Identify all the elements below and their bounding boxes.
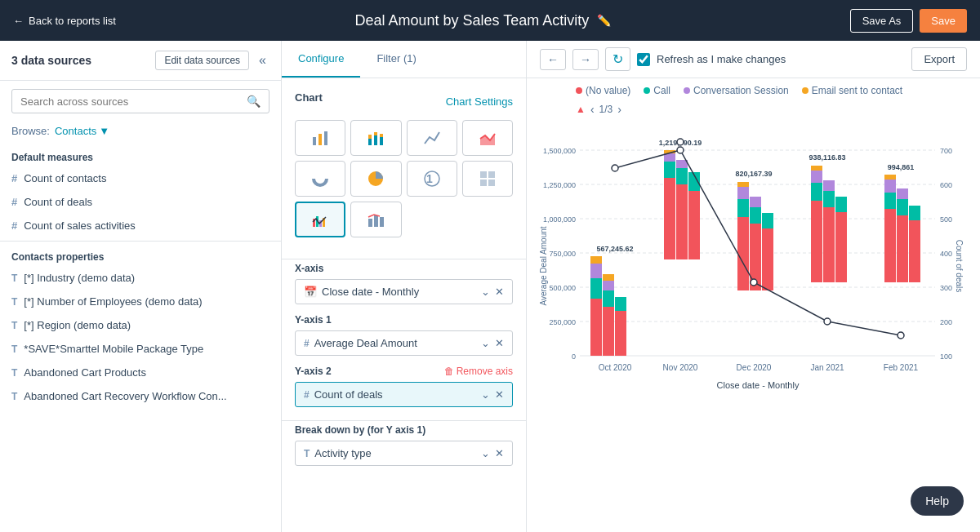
edit-title-icon[interactable]: ✏️ — [597, 14, 611, 27]
breakdown-selector[interactable]: T Activity type ⌄ ✕ — [295, 441, 513, 466]
legend-item-0: (No value) — [576, 85, 630, 96]
svg-text:Count of deals: Count of deals — [955, 240, 964, 293]
svg-text:1: 1 — [426, 172, 433, 185]
svg-rect-4 — [368, 135, 372, 139]
svg-rect-5 — [374, 135, 377, 145]
contacts-props-label: Contacts properties — [0, 245, 281, 266]
save-button[interactable]: Save — [920, 9, 967, 33]
clear-yaxis1-icon[interactable]: ✕ — [495, 337, 504, 349]
data-sources-count: 3 data sources — [11, 54, 91, 67]
svg-rect-90 — [897, 188, 908, 199]
chart-type-grid[interactable] — [462, 161, 513, 197]
center-panel: Configure Filter (1) Chart Chart Setting… — [282, 41, 527, 532]
refresh-button[interactable]: ↻ — [605, 47, 630, 71]
chart-settings-link[interactable]: Chart Settings — [446, 95, 513, 108]
collapse-sidebar-button[interactable]: « — [256, 51, 270, 69]
legend-dot-call — [644, 87, 650, 94]
yaxis1-selector[interactable]: # Average Deal Amount ⌄ ✕ — [295, 330, 513, 356]
chart-type-area[interactable] — [462, 120, 513, 156]
prev-page-button[interactable]: ‹ — [590, 103, 595, 116]
measure-item-deals[interactable]: # Count of deals — [0, 190, 281, 214]
svg-rect-58 — [676, 184, 688, 259]
svg-rect-49 — [603, 290, 614, 307]
chevron-down-icon: ⌄ — [481, 447, 490, 459]
svg-text:Close date - Monthly: Close date - Monthly — [717, 380, 800, 390]
undo-button[interactable]: ← — [540, 49, 566, 70]
xaxis-label: X-axis — [295, 263, 513, 274]
svg-text:938,116.83: 938,116.83 — [808, 153, 845, 162]
chart-type-line[interactable] — [407, 120, 457, 156]
svg-rect-76 — [811, 171, 822, 183]
edit-sources-button[interactable]: Edit data sources — [155, 51, 249, 70]
svg-rect-0 — [313, 137, 316, 145]
prop-item-1[interactable]: T [*] Number of Employees (demo data) — [0, 290, 281, 313]
clear-breakdown-icon[interactable]: ✕ — [495, 447, 504, 459]
prop-item-4[interactable]: T Abandoned Cart Products — [0, 361, 281, 384]
svg-text:820,167.39: 820,167.39 — [735, 170, 772, 178]
chart-type-bar[interactable] — [295, 120, 345, 156]
measure-item-contacts[interactable]: # Count of contacts — [0, 166, 281, 190]
chart-type-stacked-bar[interactable] — [350, 120, 401, 156]
svg-rect-16 — [480, 180, 487, 186]
chart-type-combo-alt[interactable] — [350, 202, 401, 237]
yaxis2-selector[interactable]: # Count of deals ⌄ ✕ — [295, 382, 513, 407]
clear-yaxis2-icon[interactable]: ✕ — [495, 388, 504, 401]
yaxis1-label: Y-axis 1 — [295, 314, 513, 326]
trash-icon: 🗑 — [444, 366, 454, 377]
save-as-button[interactable]: Save As — [850, 9, 914, 33]
legend-dot-conversation — [684, 87, 690, 94]
prop-item-2[interactable]: T [*] Region (demo data) — [0, 313, 281, 337]
chart-type-pie[interactable] — [350, 161, 401, 197]
chevron-down-icon: ⌄ — [481, 337, 490, 349]
hash-icon: # — [304, 338, 310, 349]
svg-text:Jan 2021: Jan 2021 — [810, 363, 844, 372]
xaxis-selector[interactable]: 📅 Close date - Monthly ⌄ ✕ — [295, 279, 513, 304]
svg-text:Nov 2020: Nov 2020 — [663, 363, 698, 372]
prop-item-0[interactable]: T [*] Industry (demo data) — [0, 266, 281, 290]
measure-item-sales-activities[interactable]: # Count of sales activities — [0, 214, 281, 237]
svg-text:700: 700 — [940, 147, 952, 155]
search-input[interactable] — [20, 95, 247, 108]
svg-rect-70 — [750, 197, 761, 207]
back-button[interactable]: ← Back to reports list — [13, 15, 116, 27]
tab-configure[interactable]: Configure — [282, 41, 360, 78]
export-button[interactable]: Export — [911, 47, 967, 71]
redo-button[interactable]: → — [572, 49, 599, 70]
svg-rect-14 — [480, 171, 487, 178]
calendar-icon: 📅 — [304, 286, 317, 298]
tab-filter[interactable]: Filter (1) — [360, 41, 432, 78]
remove-yaxis2-button[interactable]: 🗑 Remove axis — [444, 366, 513, 377]
sidebar-header: 3 data sources Edit data sources « — [0, 41, 281, 81]
breakdown-section: Break down by (for Y axis 1) T Activity … — [282, 424, 526, 476]
prop-item-5[interactable]: T Abandoned Cart Recovery Workflow Con..… — [0, 384, 281, 408]
hash-icon: # — [11, 196, 17, 208]
xaxis-section: X-axis 📅 Close date - Monthly ⌄ ✕ — [282, 263, 526, 314]
svg-rect-77 — [811, 166, 822, 171]
browse-contacts-button[interactable]: Contacts ▼ — [55, 125, 109, 137]
svg-rect-92 — [909, 206, 920, 220]
svg-text:1,250,000: 1,250,000 — [543, 181, 576, 189]
chart-section-label: Chart — [295, 91, 323, 104]
line-dot-jan — [824, 318, 831, 325]
prop-item-3[interactable]: T *SAVE*Smarttel Mobile Package Type — [0, 337, 281, 361]
search-box: 🔍 — [11, 89, 270, 113]
refresh-checkbox[interactable] — [637, 53, 650, 66]
bar-oct-no-value — [590, 299, 602, 356]
chart-type-numeric[interactable]: 1 — [407, 161, 457, 197]
clear-xaxis-icon[interactable]: ✕ — [495, 286, 504, 298]
svg-rect-52 — [615, 311, 626, 356]
svg-text:600: 600 — [940, 181, 952, 189]
svg-text:500: 500 — [940, 215, 952, 224]
next-page-button[interactable]: › — [617, 103, 621, 116]
svg-rect-88 — [897, 215, 908, 282]
chart-type-combo-bar[interactable] — [295, 202, 345, 237]
help-button[interactable]: Help — [911, 486, 964, 516]
svg-rect-74 — [811, 201, 822, 282]
svg-rect-69 — [750, 207, 761, 224]
svg-rect-87 — [884, 175, 896, 180]
svg-text:567,245.62: 567,245.62 — [596, 245, 633, 253]
svg-text:Average Deal Amount: Average Deal Amount — [539, 226, 548, 305]
svg-rect-23 — [374, 215, 378, 227]
chart-type-section: Chart Chart Settings — [282, 78, 526, 255]
chart-type-donut[interactable] — [295, 161, 345, 197]
